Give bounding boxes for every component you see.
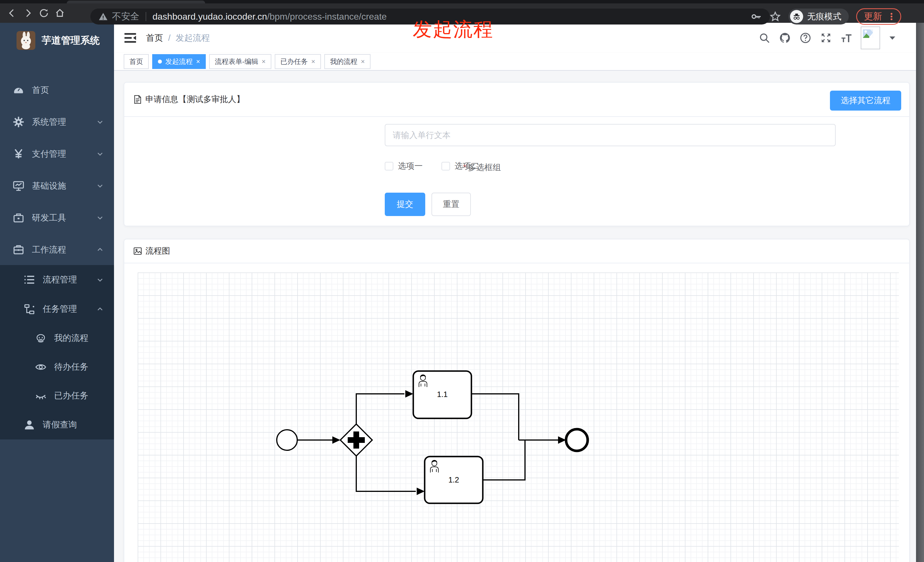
sidebar-item-label: 我的流程 [54,332,88,344]
annotation-overlay: 发起流程 [413,16,494,42]
chevron-down-icon [96,276,104,283]
breadcrumb: 首页 / 发起流程 [146,23,210,53]
close-icon[interactable]: × [196,58,200,65]
select-other-process-button[interactable]: 选择其它流程 [830,91,901,111]
bookmark-star-icon[interactable] [770,11,781,22]
close-icon[interactable]: × [361,58,365,65]
sidebar-item-system[interactable]: 系统管理 [0,106,114,138]
reset-button[interactable]: 重置 [432,193,471,216]
sidebar-logo[interactable]: 芋道管理系统 [0,27,114,54]
gear-icon [12,116,24,128]
submit-button[interactable]: 提交 [385,193,425,216]
password-key-icon[interactable] [751,11,762,22]
toolbox-icon [12,212,24,224]
checkbox-icon[interactable] [385,162,393,171]
sidebar-item-process-management[interactable]: 流程管理 [0,265,114,294]
forward-icon[interactable] [20,5,36,21]
breadcrumb-separator: / [168,33,170,43]
sidebar-item-dev-tools[interactable]: 研发工具 [0,202,114,234]
process-diagram-card-header: 流程图 [124,240,909,263]
logo-image [16,31,35,50]
search-icon[interactable] [758,31,771,44]
avatar[interactable] [861,27,880,49]
url-host: dashboard.yudao.iocoder.cn [153,11,267,22]
sidebar-submenu-workflow: 流程管理 任务管理 [0,265,114,439]
sidebar-item-label: 请假查询 [43,419,77,431]
close-icon[interactable]: × [311,58,315,65]
tag-home[interactable]: 首页 [124,54,149,69]
tag-label: 发起流程 [165,57,193,66]
tag-create-process[interactable]: 发起流程 × [152,54,206,69]
github-icon[interactable] [778,31,791,44]
process-diagram-title: 流程图 [146,245,170,257]
page-scrollbar[interactable] [916,23,924,562]
sidebar-item-done-tasks[interactable]: 已办任务 [0,381,114,410]
breadcrumb-home[interactable]: 首页 [146,32,163,44]
sidebar-item-payment[interactable]: 支付管理 [0,138,114,170]
incognito-label: 无痕模式 [807,11,842,22]
help-icon[interactable] [799,31,812,44]
process-diagram-card: 流程图 [124,239,910,562]
sidebar-item-todo-tasks[interactable]: 待办任务 [0,352,114,381]
breadcrumb-current: 发起流程 [176,32,210,44]
sidebar-item-home[interactable]: 首页 [0,74,114,106]
chevron-down-icon [96,182,104,189]
sidebar-item-label: 首页 [32,84,49,96]
sidebar-item-leave-query[interactable]: 请假查询 [0,410,114,439]
chevron-down-icon [96,150,104,157]
browser-menu-dots-icon[interactable] [886,12,896,21]
chevron-down-icon [96,214,104,222]
bpmn-canvas[interactable]: 1.1 1.2 [138,273,899,562]
avatar-caret-icon[interactable] [888,34,897,42]
eye-icon [35,361,47,373]
sidebar: 芋道管理系统 首页 [0,23,114,562]
user-icon [23,419,35,431]
single-text-input[interactable] [385,124,836,146]
checkbox-option-1[interactable]: 选项一 [385,160,423,172]
sidebar-item-label: 系统管理 [32,116,66,128]
tag-label: 我的流程 [330,57,357,66]
tag-label: 已办任务 [280,57,308,66]
back-icon[interactable] [4,5,20,21]
insecure-label: 不安全 [112,10,140,23]
update-label: 更新 [864,10,882,23]
close-icon[interactable]: × [262,58,266,65]
document-icon [133,94,142,104]
sidebar-item-label: 任务管理 [43,303,77,315]
tag-my-process[interactable]: 我的流程 × [324,54,370,69]
bpmn-parallel-gateway [340,424,372,456]
home-icon[interactable] [52,5,68,21]
sidebar-item-infrastructure[interactable]: 基础设施 [0,170,114,202]
app-root: 芋道管理系统 首页 [0,23,924,562]
bpmn-start-event [277,430,297,450]
eye-closed-icon [35,390,47,402]
tag-form-edit[interactable]: 流程表单-编辑 × [209,54,272,69]
browser-tab-strip [0,0,924,3]
browser-update-button[interactable]: 更新 [856,8,901,25]
broken-image-icon [862,28,873,39]
fullscreen-icon[interactable] [820,31,832,44]
sidebar-item-label: 研发工具 [32,212,66,224]
incognito-badge: 无痕模式 [788,9,849,24]
sidebar-item-workflow[interactable]: 工作流程 [0,234,114,265]
sidebar-item-task-management[interactable]: 任务管理 [0,294,114,324]
tag-done-tasks[interactable]: 已办任务 × [275,54,321,69]
font-size-icon[interactable] [840,31,853,44]
robot-face-icon [35,332,47,344]
reload-icon[interactable] [36,5,52,21]
bpmn-end-event [566,429,588,451]
bpmn-diagram: 1.1 1.2 [138,273,899,562]
active-dot [158,60,162,64]
checkbox-icon[interactable] [441,162,450,171]
chevron-up-icon [96,306,104,313]
sidebar-item-my-process[interactable]: 我的流程 [0,324,114,352]
checkbox-option-2[interactable]: 选项二 [441,160,479,172]
browser-active-tab[interactable] [67,1,205,3]
sidebar-item-label: 流程管理 [43,274,77,286]
bpmn-user-task-1: 1.1 [413,371,471,418]
insecure-warning-icon [98,12,108,21]
apply-info-card: 申请信息【测试多审批人】 选择其它流程 *单行文本 *多选框组 选项一 [124,82,910,226]
sidebar-collapse-icon[interactable] [123,30,138,46]
yen-icon [12,148,24,160]
url-divider [146,12,146,21]
